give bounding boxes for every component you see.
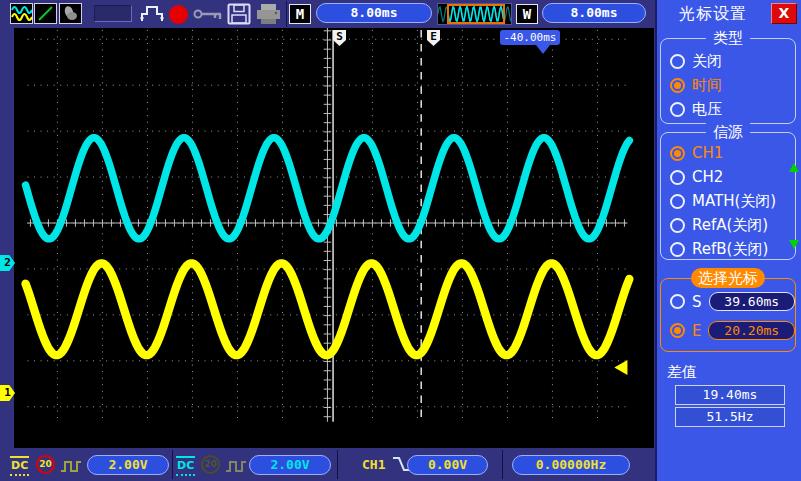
status-bar: DC 20 2.00V DC 20 2.00V CH1 0.00V 0.0000… (0, 448, 655, 481)
main-timebase-badge: M (289, 4, 311, 24)
type-section: 类型 关闭时间电压 (660, 38, 796, 124)
radio-icon (670, 294, 685, 309)
ch2-ground-marker[interactable]: 2 (0, 255, 15, 271)
radio-option[interactable]: CH1 (661, 141, 795, 165)
scroll-up-icon[interactable] (789, 163, 799, 172)
radio-label: CH2 (692, 168, 723, 186)
key-lock-icon[interactable] (193, 6, 224, 26)
radio-icon (670, 54, 685, 69)
ch1-squarewave-icon (60, 458, 82, 477)
window-timebase-value[interactable]: 8.00ms (542, 3, 646, 23)
top-toolbar: M 8.00ms W 8.00ms (0, 0, 655, 28)
radio-icon (670, 78, 685, 93)
grab-tool-button[interactable] (59, 3, 82, 24)
dual-wave-icon (11, 4, 32, 23)
cursor-select-section: 选择光标 S39.60msE20.20ms (660, 278, 796, 352)
graticule-and-traces (14, 28, 654, 448)
window-timebase-badge: W (516, 4, 538, 24)
radio-option[interactable]: 关闭 (661, 49, 795, 73)
source-section: 信源 CH1CH2MATH(关闭)RefA(关闭)RefB(关闭) (660, 132, 796, 260)
preview-wave-icon (438, 4, 511, 24)
cursor-value-box[interactable]: 20.20ms (708, 321, 795, 340)
radio-label: CH1 (692, 144, 723, 162)
statusbar-separator (337, 450, 338, 479)
waveform-preview[interactable] (437, 3, 512, 25)
panel-title: 光标设置 (657, 4, 769, 25)
ch1-scale-value[interactable]: 2.00V (87, 455, 169, 475)
radio-icon (670, 242, 685, 257)
trigger-level-value[interactable]: 0.00V (407, 455, 488, 475)
radio-icon (670, 102, 685, 117)
frequency-counter-value: 0.00000Hz (512, 455, 630, 475)
radio-option[interactable]: E20.20ms (661, 316, 795, 345)
radio-label: 时间 (692, 76, 722, 95)
scroll-down-icon[interactable] (789, 240, 799, 249)
ch2-coupling-icon: DC (176, 456, 195, 476)
green-line-icon (35, 4, 56, 23)
radio-label: 关闭 (692, 52, 722, 71)
save-icon[interactable] (227, 3, 251, 29)
hand-icon (60, 4, 81, 23)
record-waveform-icon[interactable] (139, 4, 165, 28)
cursor-select-rows: S39.60msE20.20ms (661, 287, 795, 345)
ch2-bandwidth-icon: 20 (201, 455, 220, 474)
line-tool-button[interactable] (34, 3, 57, 24)
radio-label: MATH(关闭) (692, 192, 776, 211)
radio-label: 电压 (692, 100, 722, 119)
radio-icon (670, 218, 685, 233)
delta-time-value: 19.40ms (675, 385, 785, 405)
waveform-display-button[interactable] (10, 3, 33, 24)
radio-option[interactable]: CH2 (661, 165, 795, 189)
ch1-ground-marker[interactable]: 1 (0, 385, 15, 401)
radio-option[interactable]: S39.60ms (661, 287, 795, 316)
cursor-select-header: 选择光标 (691, 268, 765, 288)
radio-label: RefA(关闭) (692, 216, 768, 235)
window-position-tag: -40.00ms (500, 30, 560, 45)
record-button[interactable] (169, 5, 188, 24)
delta-frequency-value: 51.5Hz (675, 407, 785, 427)
radio-option[interactable]: RefA(关闭) (661, 213, 795, 237)
ch2-squarewave-icon (225, 458, 247, 477)
source-options: CH1CH2MATH(关闭)RefA(关闭)RefB(关闭) (661, 141, 795, 261)
type-section-header: 类型 (706, 29, 750, 48)
difference-label: 差值 (667, 363, 697, 382)
radio-icon (670, 323, 685, 338)
trigger-source-label: CH1 (362, 457, 385, 472)
type-options: 关闭时间电压 (661, 49, 795, 121)
radio-option[interactable]: 电压 (661, 97, 795, 121)
waveform-display-area: S E -40.00ms (14, 28, 654, 448)
source-section-header: 信源 (706, 123, 750, 142)
cursor-value-box[interactable]: 39.60ms (709, 292, 795, 311)
main-timebase-value[interactable]: 8.00ms (316, 3, 432, 23)
print-icon[interactable] (255, 3, 282, 29)
ch1-coupling-icon: DC (10, 456, 29, 476)
ch2-scale-value[interactable]: 2.00V (249, 455, 331, 475)
radio-option[interactable]: RefB(关闭) (661, 237, 795, 261)
radio-option[interactable]: MATH(关闭) (661, 189, 795, 213)
radio-icon (670, 194, 685, 209)
ch1-bandwidth-icon: 20 (36, 455, 55, 474)
cursor-settings-panel: 光标设置 X 类型 关闭时间电压 信源 CH1CH2MATH(关闭)RefA(关… (655, 0, 801, 481)
radio-icon (670, 146, 685, 161)
radio-option[interactable]: 时间 (661, 73, 795, 97)
oscilloscope-screen: M 8.00ms W 8.00ms S E -40.00ms 2 1 光标设置 … (0, 0, 801, 481)
statusbar-separator (172, 450, 173, 479)
radio-label: S (692, 293, 702, 311)
radio-label: E (692, 322, 701, 340)
close-button[interactable]: X (771, 3, 797, 24)
toolbar-display-box (94, 5, 132, 22)
statusbar-separator (502, 450, 503, 479)
radio-icon (670, 170, 685, 185)
toolbar-separator (286, 1, 287, 27)
radio-label: RefB(关闭) (692, 240, 768, 259)
